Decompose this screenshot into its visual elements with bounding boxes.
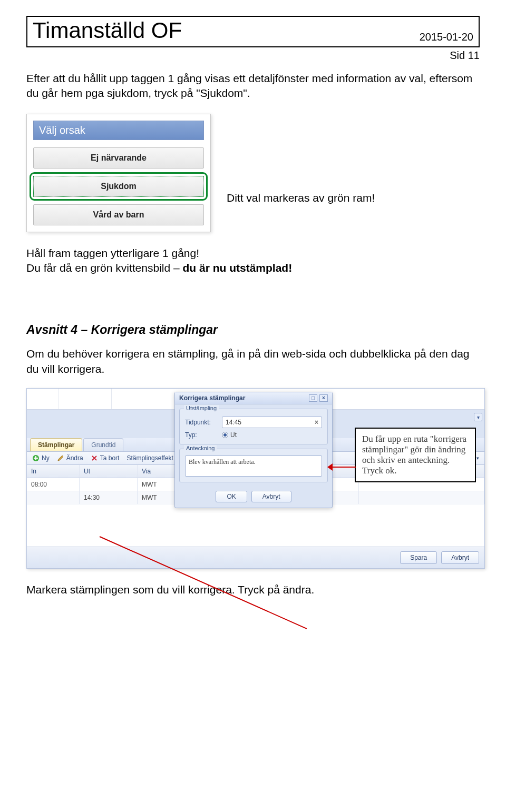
reason-childcare-button[interactable]: Vård av barn xyxy=(33,204,204,225)
note-textarea[interactable]: Blev kvarhållen att arbeta. xyxy=(185,455,322,477)
type-label: Typ: xyxy=(185,431,222,439)
time-label: Tidpunkt: xyxy=(185,419,222,426)
callout-arrowhead-icon xyxy=(327,463,333,471)
dialog-close-icon[interactable]: × xyxy=(319,394,328,402)
doc-date: 2015-01-20 xyxy=(420,31,473,43)
scroll-down-icon[interactable]: ▾ xyxy=(474,413,482,421)
page-header: Timanställd OF 2015-01-20 xyxy=(26,16,480,47)
correct-stamp-dialog: Korrigera stämplingar □ × Utstämpling Ti… xyxy=(174,392,333,508)
doc-title: Timanställd OF xyxy=(33,18,182,43)
hold-tag-line: Håll fram taggen ytterligare 1 gång! xyxy=(26,246,480,261)
section-heading: Avsnitt 4 – Korrigera stämplingar xyxy=(26,323,480,337)
footer-bar: Spara Avbryt xyxy=(27,547,484,568)
select-reason-panel: Välj orsak Ej närvarande Sjukdom Vård av… xyxy=(26,114,211,232)
col-ut[interactable]: Ut xyxy=(80,465,138,478)
note-legend: Anteckning xyxy=(184,445,217,451)
intro-paragraph: Efter att du hållit upp taggen 1 gång vi… xyxy=(26,71,480,101)
final-instruction: Markera stämplingen som du vill korriger… xyxy=(26,583,480,596)
section-paragraph: Om du behöver korrigera en stämpling, gå… xyxy=(26,346,480,377)
save-button[interactable]: Spara xyxy=(400,551,437,564)
type-out-label: Ut xyxy=(230,431,237,439)
reason-not-present-button[interactable]: Ej närvarande xyxy=(33,147,204,169)
dialog-cancel-button[interactable]: Avbryt xyxy=(251,491,291,502)
stampling-app: ▾ Korrigera stämplingar □ × Utstämpling … xyxy=(26,388,485,569)
note-fieldset: Anteckning Blev kvarhållen att arbeta. xyxy=(179,449,328,482)
callout-arrow xyxy=(330,467,356,468)
dialog-title: Korrigera stämplingar xyxy=(179,394,245,402)
delete-button[interactable]: Ta bort xyxy=(91,454,120,462)
grid-blank-area xyxy=(27,504,484,547)
delete-icon xyxy=(91,454,98,462)
stamp-effect-button[interactable]: Stämplingseffekt xyxy=(126,454,173,462)
clear-icon[interactable]: × xyxy=(315,419,318,426)
plus-icon xyxy=(32,454,40,462)
callout-box: Du får upp en ruta "korrigera stämplinga… xyxy=(355,428,476,482)
stamped-out-line: Du får då en grön kvittensbild – du är n… xyxy=(26,261,480,275)
dialog-titlebar: Korrigera stämplingar □ × xyxy=(175,392,332,404)
col-in[interactable]: In xyxy=(27,465,80,478)
chevron-down-icon: ▾ xyxy=(476,455,479,461)
out-stamp-legend: Utstämpling xyxy=(184,405,219,411)
dialog-ok-button[interactable]: OK xyxy=(216,491,247,502)
time-input[interactable]: 14:45 × xyxy=(222,417,322,428)
footer-cancel-button[interactable]: Avbryt xyxy=(441,551,479,564)
pencil-icon xyxy=(57,454,64,462)
out-stamp-fieldset: Utstämpling Tidpunkt: 14:45 × Typ: Ut xyxy=(179,409,328,444)
tab-grundtid[interactable]: Grundtid xyxy=(83,438,123,451)
green-frame-caption: Ditt val markeras av grön ram! xyxy=(227,192,480,204)
tab-stamplingar[interactable]: Stämplingar xyxy=(30,438,82,451)
dialog-max-icon[interactable]: □ xyxy=(309,394,317,402)
select-reason-title: Välj orsak xyxy=(33,121,204,140)
reason-sickness-button[interactable]: Sjukdom xyxy=(33,176,204,197)
page-number: Sid 11 xyxy=(26,49,480,62)
new-button[interactable]: Ny xyxy=(32,454,50,462)
edit-button[interactable]: Ändra xyxy=(57,454,83,462)
type-out-radio[interactable] xyxy=(222,432,228,438)
